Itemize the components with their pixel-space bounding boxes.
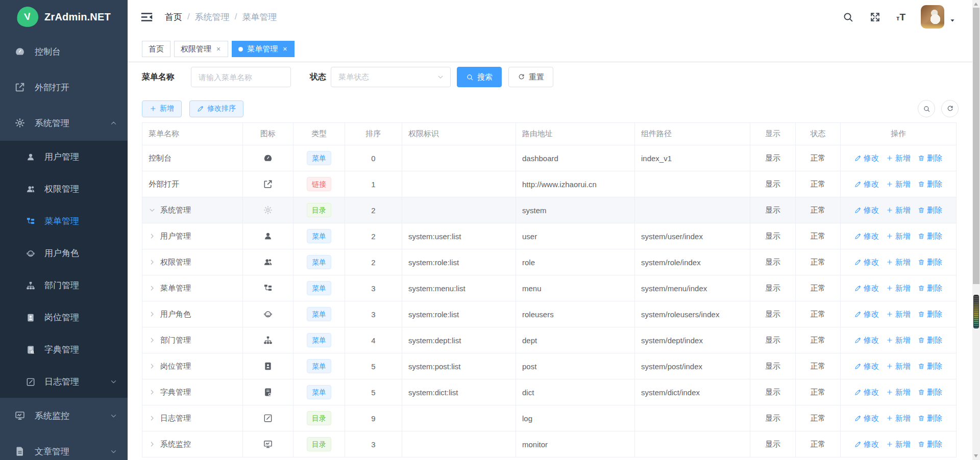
chevron-right-icon[interactable] [149,233,156,240]
sidebar-item-system[interactable]: 系统管理 [0,105,128,141]
sidebar-item-article[interactable]: 文章管理 [0,433,128,460]
column-header: 图标 [243,123,293,145]
edit-action[interactable]: 修改 [854,232,879,240]
add-action[interactable]: 新增 [886,154,911,162]
edit-action[interactable]: 修改 [854,284,879,292]
edit-action[interactable]: 修改 [854,362,879,370]
edit-action[interactable]: 修改 [854,388,879,396]
sidebar-item-user[interactable]: 用户管理 [0,141,128,173]
add-action[interactable]: 新增 [886,232,911,240]
delete-action[interactable]: 删除 [918,258,942,266]
sidebar-item-dict[interactable]: 字典管理 [0,334,128,366]
delete-action[interactable]: 删除 [918,180,942,188]
chevron-down-icon[interactable] [149,207,156,214]
add-action[interactable]: 新增 [886,414,911,422]
chevron-right-icon[interactable] [149,285,156,292]
monitor-icon [14,410,26,421]
delete-action[interactable]: 删除 [918,336,942,344]
font-size-icon[interactable]: тT [896,11,905,23]
close-icon[interactable]: × [282,45,288,53]
fullscreen-icon[interactable] [869,11,881,23]
sidebar-item-log[interactable]: 日志管理 [0,366,128,398]
tree-icon [263,283,273,293]
delete-action[interactable]: 删除 [918,154,942,162]
scroll-down-arrow-icon[interactable] [974,454,978,457]
close-icon[interactable]: × [215,45,222,53]
add-action[interactable]: 新增 [886,310,911,318]
table-row-external: 外部打开链接1http://www.izhaorui.cn显示正常修改新增删除 [142,171,957,197]
chevron-right-icon[interactable] [149,363,156,370]
status-select[interactable]: 菜单状态 [331,67,451,87]
refresh-table-button[interactable] [941,100,959,117]
add-action[interactable]: 新增 [886,362,911,370]
delete-action[interactable]: 删除 [918,362,942,370]
chevron-right-icon[interactable] [149,415,156,422]
edit-action[interactable]: 修改 [854,440,879,448]
delete-action[interactable]: 删除 [918,310,942,318]
delete-action[interactable]: 删除 [918,232,942,240]
toggle-search-button[interactable] [918,100,935,117]
logo[interactable]: V ZrAdmin.NET [0,0,128,34]
delete-action[interactable]: 删除 [918,414,942,422]
add-action[interactable]: 新增 [886,388,911,396]
sidebar-item-role[interactable]: 权限管理 [0,173,128,205]
delete-action[interactable]: 删除 [918,206,942,214]
edit-action[interactable]: 修改 [854,180,879,188]
sidebar-item-dashboard[interactable]: 控制台 [0,34,128,69]
chevron-right-icon[interactable] [149,389,156,396]
add-action[interactable]: 新增 [886,180,911,188]
add-action[interactable]: 新增 [886,258,911,266]
edit-action[interactable]: 修改 [854,154,879,162]
status-cell: 正常 [796,249,841,275]
perm-cell: system:role:list [402,249,516,275]
sidebar-item-monitor[interactable]: 系统监控 [0,398,128,433]
caret-down-icon[interactable] [949,17,955,23]
collapse-sidebar-button[interactable] [140,10,154,24]
edit-sort-button[interactable]: 修改排序 [189,100,243,117]
scrollbar-thumb[interactable] [973,8,979,284]
plus-icon [150,105,157,112]
tab-role[interactable]: 权限管理× [174,41,228,57]
add-button[interactable]: 新增 [142,100,182,117]
trash-icon [918,285,925,292]
chevron-right-icon[interactable] [149,337,156,344]
search-button[interactable]: 搜索 [457,67,502,87]
sidebar-item-external[interactable]: 外部打开 [0,69,128,105]
chevron-right-icon[interactable] [149,441,156,448]
component-cell [635,171,750,197]
add-action[interactable]: 新增 [886,284,911,292]
column-header: 路由地址 [516,123,635,145]
delete-action[interactable]: 删除 [918,440,942,448]
sidebar-item-roleusers[interactable]: 用户角色 [0,237,128,269]
edit-action[interactable]: 修改 [854,258,879,266]
search-icon[interactable] [842,11,854,23]
tab-menu[interactable]: 菜单管理× [232,41,295,57]
search-icon [466,73,474,81]
scrollbar[interactable] [972,0,980,460]
table-row-dept: 部门管理菜单4system:dept:listdeptsystem/dept/i… [142,327,957,353]
delete-action[interactable]: 删除 [918,284,942,292]
add-action[interactable]: 新增 [886,440,911,448]
trash-icon [918,233,925,240]
scroll-up-arrow-icon[interactable] [974,3,978,6]
user-avatar[interactable] [921,5,944,29]
delete-action[interactable]: 删除 [918,388,942,396]
sidebar-menu: 控制台外部打开系统管理用户管理权限管理菜单管理用户角色部门管理岗位管理字典管理日… [0,34,128,460]
breadcrumb-item[interactable]: 首页 [165,11,182,23]
sidebar-item-post[interactable]: 岗位管理 [0,301,128,334]
edit-action[interactable]: 修改 [854,336,879,344]
edit-action[interactable]: 修改 [854,414,879,422]
chevron-right-icon[interactable] [149,259,156,266]
sidebar-item-dept[interactable]: 部门管理 [0,269,128,301]
tab-home[interactable]: 首页 [142,41,170,57]
menu-name-input[interactable] [191,67,291,87]
chevron-right-icon[interactable] [149,311,156,318]
add-action[interactable]: 新增 [886,206,911,214]
perm-cell: system:user:list [402,223,516,249]
sidebar-item-menu[interactable]: 菜单管理 [0,205,128,237]
edit-action[interactable]: 修改 [854,310,879,318]
route-cell: dept [516,327,635,353]
reset-button[interactable]: 重置 [508,67,553,87]
edit-action[interactable]: 修改 [854,206,879,214]
add-action[interactable]: 新增 [886,336,911,344]
